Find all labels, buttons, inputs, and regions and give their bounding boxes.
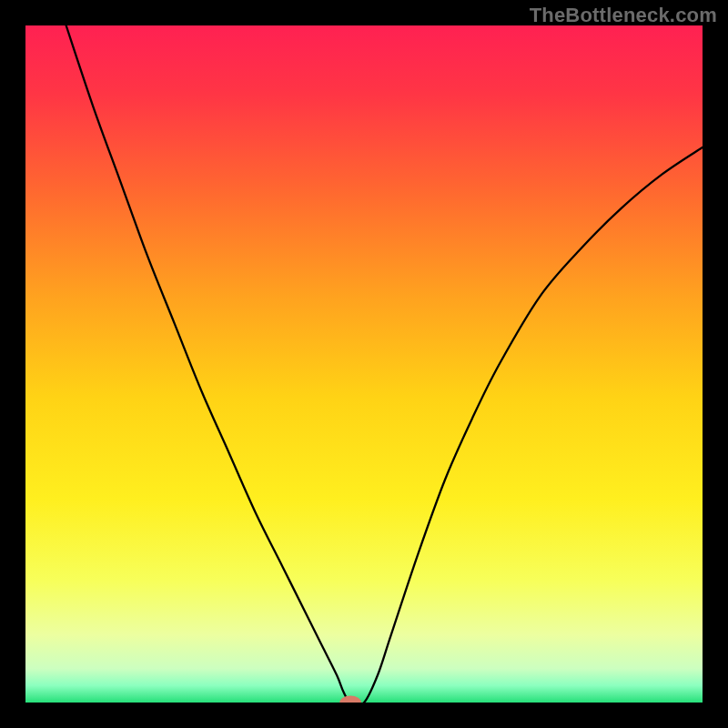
bottleneck-chart bbox=[25, 25, 703, 703]
gradient-background bbox=[25, 25, 703, 703]
watermark-text: TheBottleneck.com bbox=[530, 4, 717, 27]
chart-frame: TheBottleneck.com bbox=[0, 0, 728, 728]
